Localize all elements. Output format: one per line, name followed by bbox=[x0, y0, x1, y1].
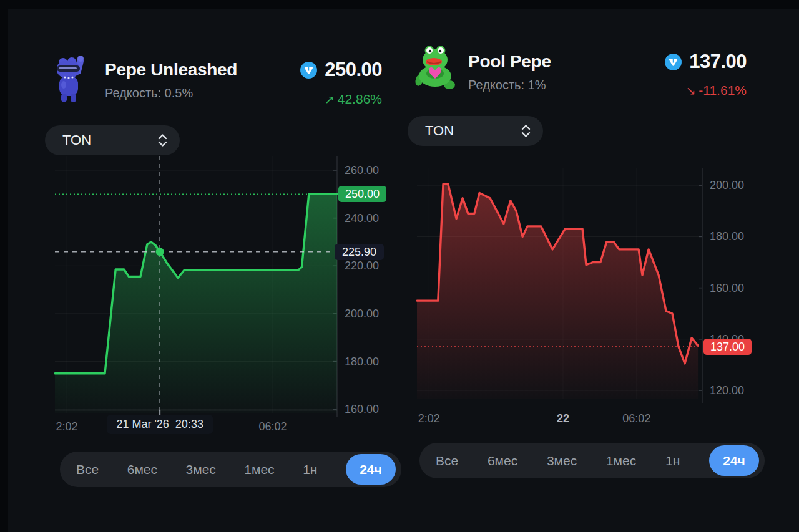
arrow-down-right-icon: ↘ bbox=[685, 84, 695, 97]
range-button-1w[interactable]: 1н bbox=[665, 453, 680, 468]
price-change-value: 42.86% bbox=[338, 92, 382, 106]
gift-title: Pepe Unleashed bbox=[105, 60, 237, 80]
gift-title: Pool Pepe bbox=[468, 52, 551, 72]
range-button-6m[interactable]: 6мес bbox=[488, 453, 517, 468]
price-value: 137.00 bbox=[689, 51, 747, 73]
chevron-up-down-icon bbox=[158, 133, 167, 147]
right-y-axis-label: 140.00 bbox=[710, 332, 744, 346]
crosshair-dot bbox=[156, 248, 164, 256]
pool-pepe-avatar bbox=[414, 41, 456, 91]
left-x-axis-label: 2:02 bbox=[56, 420, 77, 433]
chevron-up-down-icon bbox=[521, 124, 531, 138]
left-y-axis-label: 160.00 bbox=[345, 402, 379, 416]
right-area-fill bbox=[417, 184, 698, 399]
right-y-axis-label: 200.00 bbox=[710, 178, 744, 192]
left-area-fill bbox=[55, 194, 337, 413]
right-x-axis-label: 06:02 bbox=[622, 412, 650, 425]
crosshair-price-badge: 225.90 bbox=[335, 244, 384, 260]
range-button-24h-active[interactable]: 24ч bbox=[346, 454, 396, 485]
currency-dropdown-value: TON bbox=[62, 132, 91, 148]
rarity-label: Редкость: 1% bbox=[468, 78, 546, 92]
price-block: 250.00 bbox=[250, 59, 382, 81]
right-y-axis-label: 160.00 bbox=[710, 281, 744, 295]
left-x-axis-label: 06:02 bbox=[258, 420, 287, 433]
left-y-axis-label: 180.00 bbox=[345, 355, 379, 369]
crosshair-tooltip: 21 Mar '26 20:33 bbox=[107, 415, 213, 434]
right-current-price-badge: 137.00 bbox=[703, 339, 752, 355]
rarity-label: Редкость: 0.5% bbox=[105, 86, 193, 100]
right-price-line bbox=[417, 184, 698, 364]
screen-edge-left bbox=[0, 0, 8, 532]
right-y-axis-label: 120.00 bbox=[710, 384, 744, 397]
pepe-unleashed-avatar bbox=[52, 54, 86, 104]
price-block: 137.00 bbox=[612, 51, 747, 73]
range-button-all[interactable]: Все bbox=[76, 462, 99, 477]
currency-dropdown[interactable]: TON bbox=[45, 125, 180, 155]
range-button-1m[interactable]: 1мес bbox=[606, 453, 636, 468]
left-y-axis-label: 240.00 bbox=[345, 211, 379, 225]
range-button-24h-active[interactable]: 24ч bbox=[709, 445, 759, 476]
price-change: ↗42.86% bbox=[250, 92, 382, 107]
time-range-bar: Все 6мес 3мес 1мес 1н 24ч bbox=[419, 443, 765, 478]
right-price-chart[interactable] bbox=[417, 168, 702, 403]
range-button-1m[interactable]: 1мес bbox=[244, 462, 274, 477]
price-change: ↘-11.61% bbox=[612, 83, 747, 98]
range-button-1w[interactable]: 1н bbox=[303, 462, 317, 477]
time-range-bar: Все 6мес 3мес 1мес 1н 24ч bbox=[60, 452, 401, 487]
gift-price-tracker-screen: 260.00240.00220.00200.00180.00160.0021 M… bbox=[0, 0, 799, 532]
currency-dropdown-value: TON bbox=[425, 123, 454, 139]
range-button-6m[interactable]: 6мес bbox=[127, 462, 157, 477]
range-button-all[interactable]: Все bbox=[436, 453, 458, 468]
arrow-up-right-icon: ↗ bbox=[325, 92, 335, 106]
left-y-axis-label: 200.00 bbox=[345, 307, 379, 321]
right-y-axis-label: 180.00 bbox=[710, 230, 744, 243]
left-price-chart[interactable] bbox=[55, 156, 337, 417]
left-price-line bbox=[55, 194, 337, 374]
ton-icon bbox=[300, 62, 317, 79]
left-y-axis-label: 260.00 bbox=[345, 163, 379, 177]
left-current-price-badge: 250.00 bbox=[338, 186, 386, 202]
left-y-axis-label: 220.00 bbox=[345, 259, 379, 273]
screen-edge-top bbox=[0, 0, 799, 9]
right-x-axis-label: 2:02 bbox=[418, 412, 440, 425]
range-button-3m[interactable]: 3мес bbox=[547, 453, 577, 468]
right-x-axis-label: 22 bbox=[557, 412, 569, 425]
ton-icon bbox=[665, 54, 682, 70]
price-value: 250.00 bbox=[325, 59, 382, 81]
price-change-value: -11.61% bbox=[699, 83, 747, 97]
range-button-3m[interactable]: 3мес bbox=[186, 462, 216, 477]
currency-dropdown[interactable]: TON bbox=[408, 116, 543, 146]
